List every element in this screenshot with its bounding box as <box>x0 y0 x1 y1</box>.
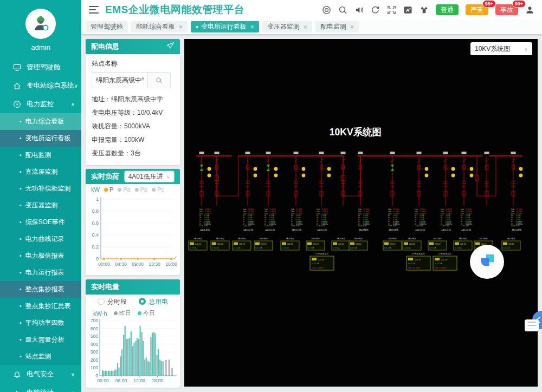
sidebar-subitem-label: 变压器监测 <box>25 201 58 210</box>
svg-text:225.1V: 225.1V <box>441 259 448 261</box>
font-size-icon[interactable]: A2 <box>403 5 412 15</box>
sidebar-subitem-1[interactable]: •变电所运行看板 <box>0 130 81 147</box>
username: admin <box>0 43 81 51</box>
svg-text:225.1V: 225.1V <box>195 243 201 245</box>
load-legend-Pb[interactable]: Pb <box>135 186 147 193</box>
load-legend-Pc[interactable]: Pc <box>152 186 164 193</box>
site-detail-rows: 地址：绵阳东辰高级中学变电电压等级：10/0.4kV装机容量：5000kVA申报… <box>92 93 174 160</box>
legend-dot <box>104 188 108 192</box>
alarm-badge-label: 普通 <box>441 6 454 14</box>
radio-icon <box>139 298 146 305</box>
site-name-input[interactable] <box>92 72 148 88</box>
svg-text:Uab: 10.35kV: Uab: 10.35kV <box>435 267 447 269</box>
theme-icon[interactable] <box>420 5 429 15</box>
send-icon[interactable] <box>166 42 175 51</box>
sidebar-subitem-13[interactable]: •最大需量分析 <box>0 331 81 348</box>
fullscreen-icon[interactable] <box>387 5 396 15</box>
info-row-3: 申报需量：100kW <box>92 133 174 147</box>
svg-text:4A08测控: 4A08测控 <box>354 237 363 240</box>
bullet-icon: • <box>20 186 22 192</box>
site-name-label: 站点名称 <box>92 59 174 68</box>
realtime-energy-header: 实时电量 <box>86 279 180 295</box>
edge-note-button[interactable] <box>525 319 539 331</box>
svg-text:Ia 10.5A: Ia 10.5A <box>404 247 411 249</box>
sidebar-subitem-4[interactable]: •无功补偿柜监测 <box>0 180 81 197</box>
svg-text:COS:: COS: <box>358 225 363 227</box>
sidebar-subitem-9[interactable]: •电力运行报表 <box>0 264 81 281</box>
tab-close-icon[interactable]: × <box>179 23 183 31</box>
energy-radio-0[interactable]: 分时段 <box>98 297 127 306</box>
topbar: EMS企业微电网能效管理平台 A2普通严重99+事故99+ <box>81 0 542 19</box>
energy-radio-1[interactable]: 总用电 <box>139 297 168 306</box>
tab-close-icon[interactable]: × <box>350 23 354 31</box>
sidebar-subitem-2[interactable]: •配电监测 <box>0 147 81 164</box>
target-icon[interactable] <box>322 5 331 15</box>
feeder-select-value: 4A01低压进 <box>128 172 163 181</box>
alarm-badge-0[interactable]: 普通 <box>436 4 459 15</box>
sidebar-item-0[interactable]: 管理驾驶舱 <box>0 58 81 76</box>
bullet-icon: • <box>20 202 22 208</box>
sidebar-subitem-11[interactable]: •整点集抄汇总表 <box>0 298 81 315</box>
load-legend-P[interactable]: P <box>104 186 113 193</box>
avatar[interactable] <box>25 9 56 39</box>
sidebar-subitem-0[interactable]: •电力综合看板 <box>0 113 81 130</box>
tab-close-icon[interactable]: × <box>304 23 307 31</box>
tab-0[interactable]: 管理驾驶舱 <box>86 21 128 32</box>
sidebar-subitem-5[interactable]: •变压器监测 <box>0 197 81 214</box>
feeder-select[interactable]: 4A01低压进 ∨ <box>124 171 175 182</box>
svg-text:10KV系统图: 10KV系统图 <box>330 127 382 138</box>
site-search-button[interactable] <box>148 72 171 88</box>
sidebar-menu: 管理驾驶舱变电站综自系统∨电力监控∧•电力综合看板•变电所运行看板•配电监测•直… <box>0 58 81 392</box>
svg-text:4A04出线: 4A04出线 <box>265 228 275 231</box>
sidebar-item-label: 电力监控 <box>27 100 54 109</box>
distribution-info-title: 配电信息 <box>91 42 119 51</box>
user-icon[interactable] <box>525 5 534 15</box>
svg-text:0.00: 0.00 <box>466 225 469 227</box>
svg-text:4A09测控: 4A09测控 <box>388 237 397 240</box>
sidebar-item-2[interactable]: 电力监控∧ <box>0 95 81 113</box>
energy-legend-昨日[interactable]: 昨日 <box>114 309 131 317</box>
sidebar-subitem-3[interactable]: •直流屏监测 <box>0 164 81 180</box>
sidebar-item-1[interactable]: 变电站综自系统∨ <box>0 76 81 95</box>
sidebar-subitem-label: 配电监测 <box>25 151 51 160</box>
realtime-energy-panel: 实时电量 分时段总用电 kW·h昨日今日 0100200300400500600… <box>86 279 180 388</box>
tab-3[interactable]: 变压器监测× <box>262 21 312 32</box>
svg-text:Ia 10.5A: Ia 10.5A <box>455 247 462 249</box>
legend-dot <box>114 311 118 315</box>
sidebar-item-4[interactable]: 电能统计∨ <box>0 383 81 392</box>
todesk-floating-button[interactable] <box>470 245 504 279</box>
svg-text:Ia 10.5A: Ia 10.5A <box>282 247 289 249</box>
active-tab-dot: ● <box>196 24 198 29</box>
chevron-down-icon: ∨ <box>524 46 528 52</box>
tab-4[interactable]: 配电监测× <box>315 21 359 32</box>
sidebar-subitem-12[interactable]: •平均功率因数 <box>0 315 81 331</box>
tab-close-icon[interactable]: × <box>250 23 254 31</box>
svg-text:225.1V: 225.1V <box>356 243 362 245</box>
menu-toggle-icon[interactable] <box>89 6 99 14</box>
volume-icon[interactable] <box>354 5 364 15</box>
refresh-icon[interactable] <box>371 5 380 15</box>
sidebar-subitem-7[interactable]: •电力曲线记录 <box>0 231 81 247</box>
alarm-badge-2[interactable]: 事故99+ <box>495 4 518 15</box>
bullet-icon: • <box>20 270 22 276</box>
sidebar-subitem-14[interactable]: •站点监测 <box>0 348 81 365</box>
alarm-badge-1[interactable]: 严重99+ <box>466 4 488 15</box>
svg-text:600: 600 <box>91 326 99 331</box>
sidebar-subitem-label: 综保SOE事件 <box>25 218 65 227</box>
tab-1[interactable]: 能耗综合看板× <box>131 21 188 32</box>
diagram-select[interactable]: 10KV系统图 ∨ <box>470 42 532 55</box>
search-icon[interactable] <box>338 5 347 15</box>
svg-text:4#变压器监控: 4#变压器监控 <box>412 252 425 255</box>
bullet-icon: • <box>20 169 22 175</box>
sidebar-subitem-label: 电力曲线记录 <box>25 234 64 244</box>
energy-mode-radios: 分时段总用电 <box>86 296 180 307</box>
energy-legend-今日[interactable]: 今日 <box>138 309 155 317</box>
sidebar-item-3[interactable]: 电气安全∨ <box>0 365 81 383</box>
svg-text:13:30: 13:30 <box>149 262 160 267</box>
sidebar-subitem-8[interactable]: •电力极值报表 <box>0 247 81 264</box>
sidebar-subitem-10[interactable]: •整点集抄报表 <box>0 281 81 298</box>
sidebar-subitem-6[interactable]: •综保SOE事件 <box>0 214 81 231</box>
tab-2[interactable]: ●变电所运行看板× <box>191 21 259 32</box>
dashboard-icon <box>13 63 21 71</box>
load-legend-Pa[interactable]: Pa <box>118 186 130 193</box>
